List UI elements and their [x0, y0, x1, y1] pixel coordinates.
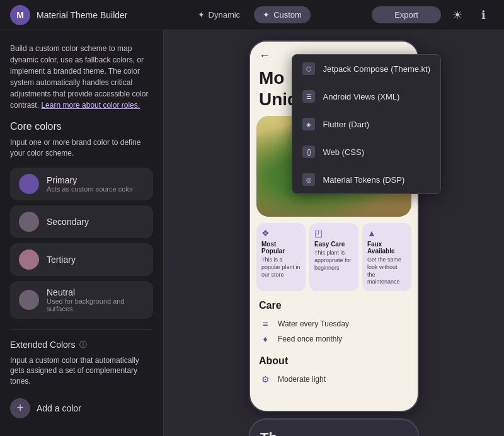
extended-colors-desc: Input a custom color that automatically …: [10, 355, 153, 387]
card-popular-desc: This is a popular plant in our store: [261, 256, 301, 278]
add-color-label: Add a color: [37, 403, 81, 413]
add-color-icon: +: [10, 398, 30, 418]
extended-info-icon: ⓘ: [79, 340, 87, 350]
dropdown-item-tokens[interactable]: ◎ Material Tokens (DSP): [292, 166, 440, 193]
tertiary-name: Tertiary: [47, 255, 76, 265]
dropdown-item-flutter[interactable]: ◈ Flutter (Dart): [292, 110, 440, 138]
dropdown-item-android[interactable]: ☰ Android Views (XML): [292, 83, 440, 110]
add-color-button[interactable]: + Add a color: [10, 396, 153, 421]
card-care-desc: This plant is appropriate for beginners: [314, 250, 353, 272]
light-icon: ⚙: [259, 374, 272, 384]
sidebar: Build a custom color scheme to map dynam…: [0, 30, 164, 436]
theme-toggle-button[interactable]: ☀: [447, 5, 467, 25]
secondary-name: Secondary: [47, 217, 89, 227]
neutral-swatch: [19, 290, 39, 310]
primary-desc: Acts as custom source color: [47, 185, 134, 193]
export-dropdown-menu: ⬡ Jetpack Compose (Theme.kt) ☰ Android V…: [292, 54, 441, 194]
main-layout: Build a custom color scheme to map dynam…: [0, 30, 504, 436]
card-faux-title: Faux Available: [367, 241, 406, 255]
primary-swatch: [19, 174, 39, 194]
android-label: Android Views (XML): [323, 92, 399, 101]
water-icon: ≡: [259, 319, 272, 329]
learn-more-link[interactable]: Learn more about color roles.: [41, 101, 140, 110]
core-colors-desc: Input one or more brand color to define …: [10, 137, 153, 159]
care-section: Care ≡ Water every Tuesday ♦ Feed once m…: [250, 294, 418, 349]
flutter-icon: ◈: [302, 118, 315, 130]
card-faux-icon: ▲: [367, 228, 406, 238]
phone2-title: Th: [250, 420, 418, 436]
web-label: Web (CSS): [323, 147, 364, 157]
neutral-desc: Used for background and surfaces: [47, 297, 144, 313]
tertiary-info: Tertiary: [47, 255, 76, 265]
custom-nav-btn[interactable]: ✦ Custom: [254, 6, 311, 23]
about-title: About: [259, 355, 409, 367]
card-faux: ▲ Faux Available Get the same look witho…: [362, 223, 411, 291]
header-nav: ✦ Dynamic ✦ Custom: [189, 6, 311, 23]
flutter-label: Flutter (Dart): [323, 120, 369, 129]
app-title: Material Theme Builder: [37, 10, 127, 20]
color-row-secondary[interactable]: Secondary: [10, 205, 153, 238]
card-easy-care: ◰ Easy Care This plant is appropriate fo…: [309, 223, 358, 291]
dynamic-nav-btn[interactable]: ✦ Dynamic: [189, 6, 249, 23]
dropdown-item-web[interactable]: {} Web (CSS): [292, 138, 440, 166]
export-button[interactable]: Export: [372, 6, 441, 23]
sidebar-divider: [10, 329, 153, 330]
phone-preview-2: Th: [249, 418, 419, 436]
neutral-name: Neutral: [47, 287, 144, 297]
jetpack-label: Jetpack Compose (Theme.kt): [323, 64, 430, 74]
card-care-icon: ◰: [314, 228, 353, 238]
extended-colors-title: Extended Colors: [10, 340, 76, 350]
card-care-title: Easy Care: [314, 241, 353, 248]
info-icon: ℹ: [481, 8, 486, 22]
content-area: ← Mo Unique ❖ Most Popular This is a pop…: [164, 30, 504, 436]
tertiary-swatch: [19, 250, 39, 270]
sun-icon: ☀: [452, 8, 462, 22]
color-row-tertiary[interactable]: Tertiary: [10, 243, 153, 276]
about-item-light: ⚙ Moderate light: [259, 372, 409, 387]
secondary-swatch: [19, 212, 39, 232]
care-item-feed: ♦ Feed once monthly: [259, 331, 409, 347]
secondary-info: Secondary: [47, 217, 89, 227]
jetpack-icon: ⬡: [302, 62, 315, 75]
card-faux-desc: Get the same look without the maintenanc…: [367, 256, 406, 286]
dropdown-item-jetpack[interactable]: ⬡ Jetpack Compose (Theme.kt): [292, 55, 440, 83]
header-right: Export ☀ ℹ: [372, 5, 494, 25]
app-logo: M: [10, 5, 30, 25]
custom-icon: ✦: [263, 10, 270, 20]
neutral-info: Neutral Used for background and surfaces: [47, 287, 144, 313]
web-icon: {}: [302, 146, 315, 158]
app-header: M Material Theme Builder ✦ Dynamic ✦ Cus…: [0, 0, 504, 30]
light-text: Moderate light: [278, 375, 326, 384]
color-row-neutral[interactable]: Neutral Used for background and surfaces: [10, 281, 153, 319]
android-icon: ☰: [302, 90, 315, 103]
extended-colors-section: Extended Colors ⓘ: [10, 340, 153, 350]
primary-name: Primary: [47, 175, 134, 185]
primary-info: Primary Acts as custom source color: [47, 175, 134, 193]
color-row-primary[interactable]: Primary Acts as custom source color: [10, 168, 153, 200]
back-arrow-icon[interactable]: ←: [259, 49, 270, 62]
care-title: Care: [259, 300, 409, 311]
cards-row: ❖ Most Popular This is a popular plant i…: [250, 217, 418, 294]
core-colors-title: Core colors: [10, 121, 153, 132]
care-item-water: ≡ Water every Tuesday: [259, 316, 409, 331]
dynamic-icon: ✦: [198, 10, 205, 20]
card-popular-icon: ❖: [261, 228, 301, 238]
card-most-popular: ❖ Most Popular This is a popular plant i…: [256, 223, 306, 291]
about-section: About ⚙ Moderate light: [250, 349, 418, 389]
tokens-icon: ◎: [302, 173, 315, 186]
sidebar-description: Build a custom color scheme to map dynam…: [10, 43, 153, 111]
card-popular-title: Most Popular: [261, 241, 301, 255]
tokens-label: Material Tokens (DSP): [323, 175, 404, 185]
water-text: Water every Tuesday: [278, 319, 349, 328]
feed-text: Feed once monthly: [278, 335, 342, 343]
info-button[interactable]: ℹ: [474, 5, 494, 25]
feed-icon: ♦: [259, 334, 272, 344]
